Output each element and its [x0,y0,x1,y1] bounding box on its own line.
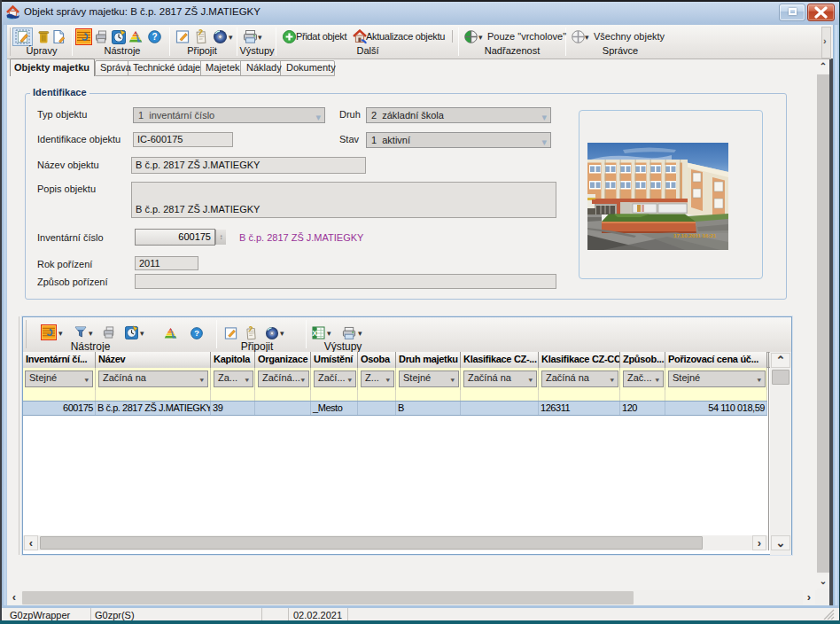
svg-text:17.10.2011 16:21: 17.10.2011 16:21 [673,232,717,238]
svg-text:?: ? [152,32,157,42]
svg-text:X: X [312,329,317,338]
svg-text:?: ? [194,329,199,338]
